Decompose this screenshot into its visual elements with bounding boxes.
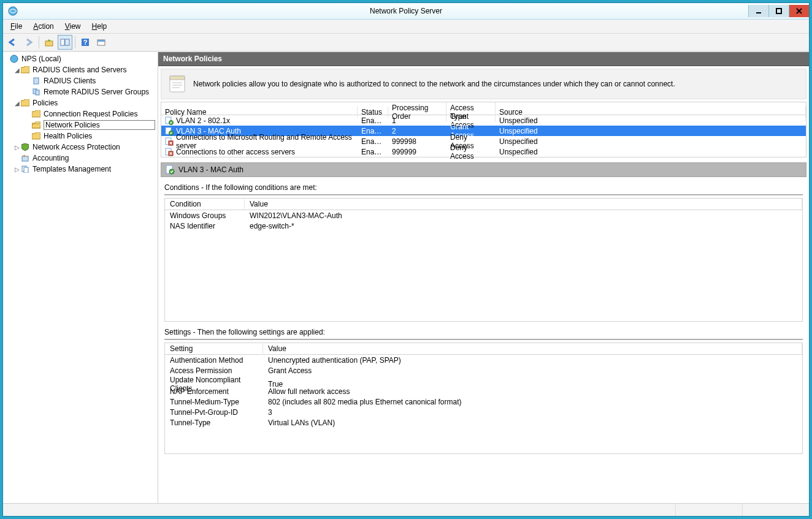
- policy-name-label: VLAN 2 - 802.1x: [176, 116, 230, 125]
- setting-value: 802 (includes all 802 media plus Etherne…: [263, 398, 802, 406]
- setting-name: Tunnel-Medium-Type: [165, 398, 263, 406]
- setting-row[interactable]: Tunnel-TypeVirtual LANs (VLAN): [165, 417, 802, 428]
- maximize-button[interactable]: [768, 5, 789, 17]
- menu-view[interactable]: View: [60, 21, 86, 32]
- condition-name: Windows Groups: [165, 211, 245, 220]
- policy-row[interactable]: Connections to other access serversEnabl…: [161, 146, 806, 157]
- setting-value: Unencrypted authentication (PAP, SPAP): [263, 356, 802, 365]
- help-button[interactable]: ?: [78, 35, 93, 50]
- setting-name: Tunnel-Pvt-Group-ID: [165, 408, 263, 417]
- server-group-icon: [31, 87, 41, 97]
- svg-rect-13: [36, 90, 39, 95]
- policy-name-label: Connections to other access servers: [176, 148, 295, 156]
- setting-name: Access Permission: [165, 366, 263, 375]
- setting-value: Grant Access: [263, 366, 802, 375]
- settings-table[interactable]: Setting Value Authentication MethodUnenc…: [164, 343, 803, 454]
- toolbar-separator: [39, 36, 39, 48]
- policy-order-cell: 1: [388, 116, 446, 125]
- menu-file[interactable]: File: [6, 21, 27, 32]
- setting-row[interactable]: Tunnel-Pvt-Group-ID3: [165, 407, 802, 417]
- collapse-icon[interactable]: ◢: [14, 67, 20, 74]
- setting-row[interactable]: Update Noncompliant ClientsTrue: [165, 376, 802, 386]
- expand-icon[interactable]: ▷: [14, 144, 20, 151]
- folder-icon: [31, 131, 41, 141]
- window-title: Network Policy Server: [3, 7, 809, 15]
- policies-table[interactable]: Policy Name Status Processing Order Acce…: [161, 102, 806, 157]
- col-condition-value[interactable]: Value: [245, 199, 802, 209]
- menu-bar: File Action View Help: [3, 20, 809, 34]
- setting-row[interactable]: NAP EnforcementAllow full network access: [165, 386, 802, 396]
- templates-icon: [20, 164, 30, 174]
- toolbar: ?: [3, 34, 809, 51]
- description-bar: Network policies allow you to designate …: [161, 69, 806, 99]
- tree-radius-group[interactable]: ◢ RADIUS Clients and Servers: [14, 64, 158, 75]
- policy-deny-icon: [165, 148, 174, 156]
- refresh-button[interactable]: [94, 35, 109, 50]
- toolbar-separator-2: [75, 36, 75, 48]
- policy-status-cell: Enabled: [358, 148, 388, 156]
- setting-row[interactable]: Access PermissionGrant Access: [165, 365, 802, 376]
- nps-window: Network Policy Server File Action View H…: [2, 2, 810, 517]
- menu-action[interactable]: Action: [28, 21, 58, 32]
- policy-deny-icon: [165, 137, 174, 146]
- svg-rect-14: [22, 156, 28, 161]
- condition-row[interactable]: Windows GroupsWIN2012\VLAN3-MAC-Auth: [165, 210, 802, 221]
- policy-status-cell: Enabled: [358, 137, 388, 146]
- tree-templates[interactable]: ▷ Templates Management: [14, 164, 158, 175]
- svg-rect-5: [65, 39, 69, 45]
- expand-icon[interactable]: ▷: [14, 166, 20, 173]
- condition-row[interactable]: NAS Identifieredge-switch-*: [165, 221, 802, 231]
- policy-status-cell: Enabled: [358, 116, 388, 125]
- folder-open-icon: [31, 120, 41, 130]
- policy-name-cell: VLAN 2 - 802.1x: [161, 116, 358, 125]
- main-area: NPS (Local) ◢ RADIUS Clients and Servers: [3, 51, 809, 503]
- up-button[interactable]: [42, 35, 56, 50]
- detail-header: VLAN 3 - MAC Auth: [161, 162, 806, 177]
- forward-button[interactable]: [21, 35, 36, 50]
- folder-icon: [31, 109, 41, 119]
- tree-radius-clients[interactable]: RADIUS Clients: [25, 75, 158, 86]
- setting-row[interactable]: Authentication MethodUnencrypted authent…: [165, 355, 802, 365]
- accounting-icon: [20, 153, 30, 163]
- svg-rect-19: [170, 76, 185, 80]
- close-button[interactable]: [789, 5, 809, 17]
- collapse-icon[interactable]: ◢: [14, 100, 20, 107]
- svg-rect-11: [34, 78, 39, 84]
- show-hide-button[interactable]: [58, 35, 72, 50]
- console-tree[interactable]: NPS (Local) ◢ RADIUS Clients and Servers: [3, 52, 158, 503]
- setting-row[interactable]: Tunnel-Medium-Type802 (includes all 802 …: [165, 396, 802, 407]
- tree-policies[interactable]: ◢ Policies: [14, 97, 158, 108]
- svg-rect-9: [98, 40, 105, 42]
- detail-title: VLAN 3 - MAC Auth: [178, 165, 243, 174]
- section-divider: [164, 194, 803, 195]
- tree-network-policies[interactable]: Network Policies: [25, 119, 158, 131]
- status-pane-2: [675, 504, 742, 516]
- policy-order-cell: 999998: [388, 137, 446, 146]
- content-pane: Network Policies Network policies allow …: [158, 52, 809, 503]
- tree-accounting[interactable]: Accounting: [14, 153, 158, 164]
- menu-help[interactable]: Help: [87, 21, 112, 32]
- policy-source-cell: Unspecified: [496, 127, 806, 135]
- tree-nap[interactable]: ▷ Network Access Protection: [14, 142, 158, 153]
- shield-icon: [20, 142, 30, 152]
- tree-connection-request[interactable]: Connection Request Policies: [25, 108, 158, 119]
- minimize-button[interactable]: [748, 5, 768, 17]
- conditions-section: Conditions - If the following conditions…: [164, 182, 803, 322]
- server-icon: [31, 76, 41, 86]
- content-header: Network Policies: [158, 52, 809, 66]
- col-condition[interactable]: Condition: [165, 199, 245, 209]
- conditions-table[interactable]: Condition Value Windows GroupsWIN2012\VL…: [164, 198, 803, 322]
- policy-source-cell: Unspecified: [496, 137, 806, 146]
- svg-rect-2: [776, 9, 781, 13]
- tree-health-policies[interactable]: Health Policies: [25, 131, 158, 142]
- tree-root[interactable]: NPS (Local): [3, 53, 158, 64]
- settings-section: Settings - Then the following settings a…: [164, 327, 803, 454]
- policy-order-cell: 999999: [388, 148, 446, 156]
- col-setting[interactable]: Setting: [165, 344, 263, 354]
- policy-status-cell: Enabled: [358, 127, 388, 135]
- col-setting-value[interactable]: Value: [263, 344, 802, 354]
- back-button[interactable]: [6, 35, 20, 50]
- tree-remote-radius[interactable]: Remote RADIUS Server Groups: [25, 86, 158, 97]
- title-bar: Network Policy Server: [3, 3, 809, 20]
- folder-icon: [20, 65, 30, 75]
